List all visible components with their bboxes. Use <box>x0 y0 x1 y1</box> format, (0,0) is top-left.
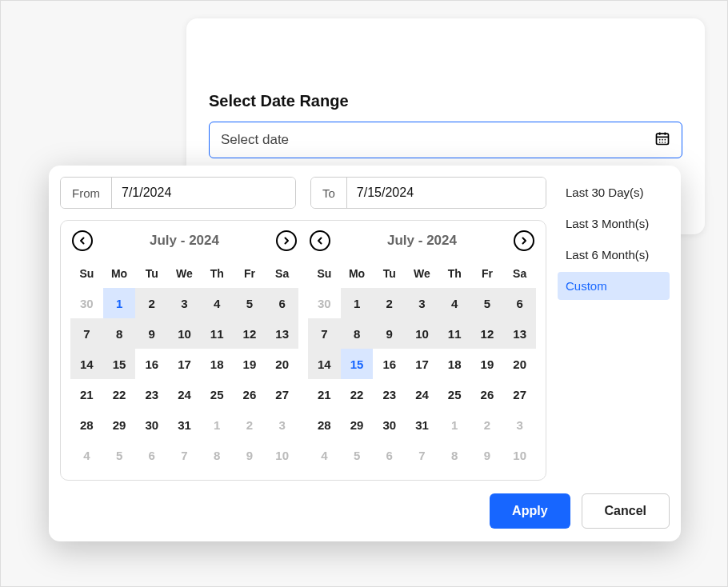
calendar-day[interactable]: 19 <box>234 349 266 379</box>
calendar-day[interactable]: 17 <box>406 349 438 379</box>
calendar-day[interactable]: 9 <box>373 318 406 349</box>
calendar-day[interactable]: 4 <box>70 440 103 470</box>
calendar-day[interactable]: 24 <box>168 379 201 409</box>
calendar-day[interactable]: 5 <box>341 440 374 470</box>
calendar-day[interactable]: 8 <box>438 440 471 470</box>
calendar-day[interactable]: 22 <box>341 379 374 409</box>
calendar-day[interactable]: 26 <box>234 379 266 409</box>
calendar-day[interactable]: 18 <box>438 349 471 379</box>
calendar-day[interactable]: 6 <box>266 288 298 318</box>
preset-option[interactable]: Custom <box>558 272 670 300</box>
from-date-field[interactable]: From <box>60 177 296 209</box>
calendar-day[interactable]: 16 <box>373 349 406 379</box>
calendar-day[interactable]: 16 <box>135 349 168 379</box>
calendar-day[interactable]: 3 <box>168 288 201 318</box>
calendar-day[interactable]: 1 <box>341 288 374 318</box>
calendar-day[interactable]: 15 <box>103 349 136 379</box>
calendar-day[interactable]: 10 <box>406 318 438 349</box>
calendar-day[interactable]: 30 <box>70 288 103 318</box>
calendar-day[interactable]: 2 <box>471 409 504 440</box>
calendar-day[interactable]: 13 <box>503 318 536 349</box>
calendar-day[interactable]: 22 <box>103 379 136 409</box>
preset-option[interactable]: Last 30 Day(s) <box>558 178 670 206</box>
calendar-day[interactable]: 23 <box>373 379 406 409</box>
calendar-day[interactable]: 30 <box>308 288 341 318</box>
calendar-day[interactable]: 3 <box>503 409 536 440</box>
calendar-day[interactable]: 30 <box>373 409 406 440</box>
calendar-day[interactable]: 30 <box>135 409 168 440</box>
calendar-day[interactable]: 12 <box>471 318 504 349</box>
calendar-day[interactable]: 20 <box>503 349 536 379</box>
calendar-day[interactable]: 10 <box>503 440 536 470</box>
calendar-day[interactable]: 27 <box>266 379 298 409</box>
calendar-day[interactable]: 8 <box>103 318 136 349</box>
calendar-day[interactable]: 5 <box>103 440 136 470</box>
calendar-day[interactable]: 9 <box>234 440 266 470</box>
calendar-day[interactable]: 2 <box>373 288 406 318</box>
calendar-day[interactable]: 28 <box>70 409 103 440</box>
preset-option[interactable]: Last 6 Month(s) <box>558 241 670 269</box>
calendar-day[interactable]: 6 <box>503 288 536 318</box>
calendar-day[interactable]: 10 <box>266 440 298 470</box>
calendar-day[interactable]: 7 <box>308 318 341 349</box>
calendar-day[interactable]: 29 <box>341 409 374 440</box>
calendar-day[interactable]: 5 <box>471 288 504 318</box>
calendar-day[interactable]: 7 <box>70 318 103 349</box>
calendar-day[interactable]: 1 <box>438 409 471 440</box>
calendar-day[interactable]: 12 <box>234 318 266 349</box>
calendar-day[interactable]: 13 <box>266 318 298 349</box>
calendar-day[interactable]: 9 <box>471 440 504 470</box>
calendar-day[interactable]: 24 <box>406 379 438 409</box>
cancel-button[interactable]: Cancel <box>582 493 670 529</box>
calendar-day[interactable]: 3 <box>266 409 298 440</box>
calendar-day[interactable]: 4 <box>438 288 471 318</box>
calendar-day[interactable]: 4 <box>308 440 341 470</box>
calendar-day[interactable]: 2 <box>234 409 266 440</box>
to-date-field[interactable]: To <box>310 177 546 209</box>
calendar-day[interactable]: 15 <box>341 349 374 379</box>
next-month-button[interactable] <box>514 230 534 251</box>
calendar-day[interactable]: 2 <box>135 288 168 318</box>
calendar-day[interactable]: 9 <box>135 318 168 349</box>
calendar-day[interactable]: 10 <box>168 318 201 349</box>
calendar-day[interactable]: 21 <box>308 379 341 409</box>
calendar-day[interactable]: 28 <box>308 409 341 440</box>
calendar-day[interactable]: 20 <box>266 349 298 379</box>
prev-month-button[interactable] <box>310 230 330 251</box>
next-month-button[interactable] <box>276 230 297 251</box>
calendar-day[interactable]: 8 <box>201 440 234 470</box>
calendar-day[interactable]: 6 <box>135 440 168 470</box>
date-range-input[interactable]: Select date <box>209 122 682 158</box>
calendar-day[interactable]: 11 <box>438 318 471 349</box>
calendar-day[interactable]: 26 <box>471 379 504 409</box>
calendar-day[interactable]: 31 <box>406 409 438 440</box>
apply-button[interactable]: Apply <box>490 493 570 529</box>
calendar-day[interactable]: 8 <box>341 318 374 349</box>
calendar-day[interactable]: 25 <box>201 379 234 409</box>
calendar-day[interactable]: 14 <box>70 349 103 379</box>
calendar-day[interactable]: 1 <box>103 288 136 318</box>
weekday-header: Th <box>201 261 234 288</box>
calendar-day[interactable]: 19 <box>471 349 504 379</box>
calendar-day[interactable]: 29 <box>103 409 136 440</box>
calendar-day[interactable]: 25 <box>438 379 471 409</box>
calendar-day[interactable]: 3 <box>406 288 438 318</box>
calendar-day[interactable]: 7 <box>168 440 201 470</box>
calendar-day[interactable]: 4 <box>201 288 234 318</box>
calendar-day[interactable]: 11 <box>201 318 234 349</box>
preset-option[interactable]: Last 3 Month(s) <box>558 210 670 238</box>
to-input[interactable] <box>347 178 546 208</box>
calendar-day[interactable]: 1 <box>201 409 234 440</box>
calendar-day[interactable]: 27 <box>503 379 536 409</box>
calendar-day[interactable]: 21 <box>70 379 103 409</box>
prev-month-button[interactable] <box>72 230 93 251</box>
calendar-day[interactable]: 6 <box>373 440 406 470</box>
calendar-day[interactable]: 23 <box>135 379 168 409</box>
calendar-day[interactable]: 17 <box>168 349 201 379</box>
calendar-day[interactable]: 5 <box>234 288 266 318</box>
from-input[interactable] <box>112 178 295 208</box>
calendar-day[interactable]: 31 <box>168 409 201 440</box>
calendar-day[interactable]: 18 <box>201 349 234 379</box>
calendar-day[interactable]: 7 <box>406 440 438 470</box>
calendar-day[interactable]: 14 <box>308 349 341 379</box>
